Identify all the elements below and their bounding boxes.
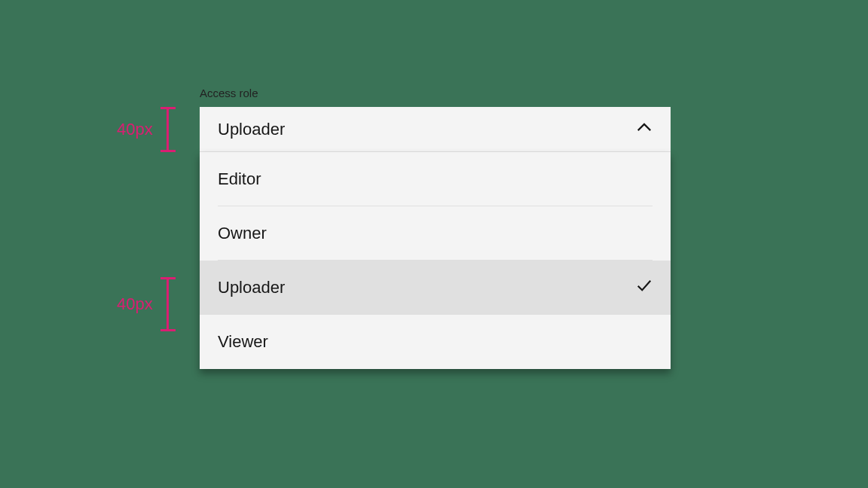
access-role-dropdown: Uploader Editor Owner Uploader Viewer: [200, 107, 671, 369]
measurement-label: 40px: [117, 120, 153, 139]
dropdown-selected-value: Uploader: [218, 120, 285, 139]
dropdown-menu: Editor Owner Uploader Viewer: [200, 152, 671, 369]
dropdown-toggle[interactable]: Uploader: [200, 107, 671, 152]
dropdown-option-editor[interactable]: Editor: [200, 152, 671, 206]
option-label: Viewer: [218, 332, 268, 352]
dropdown-spec: Access role Uploader Editor Owner Upload…: [200, 87, 671, 369]
measurement-bracket-icon: [160, 277, 176, 331]
dropdown-option-uploader[interactable]: Uploader: [200, 261, 671, 315]
option-label: Owner: [218, 224, 267, 243]
chevron-up-icon: [636, 119, 653, 140]
measurement-option-height: 40px: [117, 277, 176, 331]
checkmark-icon: [636, 277, 653, 298]
dropdown-option-viewer[interactable]: Viewer: [200, 315, 671, 369]
dropdown-option-owner[interactable]: Owner: [200, 206, 671, 261]
measurement-label: 40px: [117, 294, 153, 314]
option-label: Uploader: [218, 278, 285, 297]
measurement-bracket-icon: [160, 107, 176, 152]
field-label: Access role: [200, 87, 671, 99]
measurement-toggle-height: 40px: [117, 107, 176, 152]
option-label: Editor: [218, 169, 261, 189]
